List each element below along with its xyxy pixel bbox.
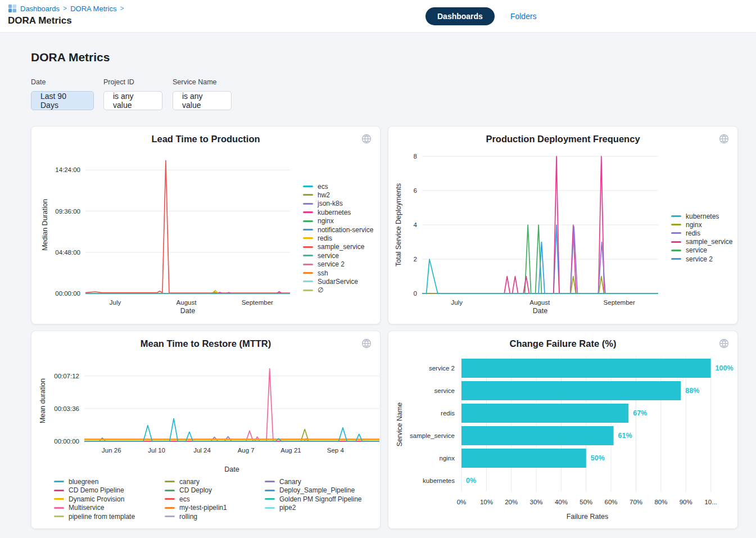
svg-text:September: September bbox=[604, 299, 635, 306]
series-color-swatch bbox=[671, 224, 681, 225]
tab-folders[interactable]: Folders bbox=[510, 12, 537, 21]
svg-text:Jul 24: Jul 24 bbox=[193, 447, 211, 454]
legend-item-pipe2[interactable]: pipe2 bbox=[265, 504, 296, 512]
lead-time-chart[interactable]: 00:00:0004:48:0009:36:0014:24:00JulyAugu… bbox=[31, 126, 380, 324]
svg-text:Date: Date bbox=[533, 307, 547, 315]
svg-text:61%: 61% bbox=[618, 432, 632, 440]
legend-item-cd-deploy[interactable]: CD Deploy bbox=[165, 486, 212, 495]
svg-text:Jul 10: Jul 10 bbox=[148, 447, 165, 454]
series-label: my-test-pipelin1 bbox=[179, 504, 227, 512]
legend-item--[interactable]: ∅ bbox=[303, 286, 323, 295]
series-color-swatch bbox=[265, 498, 275, 500]
svg-text:30%: 30% bbox=[530, 499, 543, 505]
legend-item-ecs[interactable]: ecs bbox=[303, 182, 328, 191]
svg-text:August: August bbox=[529, 299, 550, 306]
deployment-frequency-chart[interactable]: 02468JulyAugustSeptemberDateTotal Servic… bbox=[388, 126, 737, 324]
series-color-swatch bbox=[165, 481, 175, 482]
legend-item-canary[interactable]: canary bbox=[165, 477, 200, 486]
series-color-swatch bbox=[303, 281, 313, 282]
legend-item-nginx[interactable]: nginx bbox=[671, 220, 702, 229]
series-color-swatch bbox=[303, 246, 313, 248]
breadcrumb: Dashboards > DORA Metrics > bbox=[8, 4, 124, 13]
legend-item-redis[interactable]: redis bbox=[671, 229, 700, 237]
svg-text:88%: 88% bbox=[685, 387, 699, 395]
series-label: bluegreen bbox=[69, 478, 98, 486]
legend-item-hw2[interactable]: hw2 bbox=[303, 191, 330, 199]
series-label: canary bbox=[179, 478, 200, 486]
legend-item-redis[interactable]: redis bbox=[303, 234, 332, 242]
legend-item-ecs[interactable]: ecs bbox=[165, 495, 190, 503]
series-label: rolling bbox=[179, 513, 197, 521]
svg-text:nginx: nginx bbox=[440, 455, 455, 462]
svg-text:redis: redis bbox=[441, 410, 455, 417]
change-failure-rate-chart[interactable]: 0%10%20%30%40%50%60%70%80%90%10...servic… bbox=[388, 331, 737, 528]
series-label: ecs bbox=[179, 495, 190, 503]
series-label: sample_service bbox=[686, 238, 732, 246]
legend-item-sample-service[interactable]: sample_service bbox=[671, 238, 732, 246]
series-label: pipeline from template bbox=[69, 513, 135, 521]
project-id-filter-chip[interactable]: is any value bbox=[103, 91, 162, 110]
series-color-swatch bbox=[303, 237, 313, 239]
date-filter-chip[interactable]: Last 90 Days bbox=[31, 91, 94, 110]
series-label: nginx bbox=[686, 221, 702, 229]
legend-item-bluegreen[interactable]: bluegreen bbox=[54, 477, 98, 486]
legend-item-service[interactable]: service bbox=[303, 251, 339, 260]
legend-item-dynamic-provision[interactable]: Dynamic Provision bbox=[54, 495, 124, 503]
legend-item-golden-pm-signoff-pipeline[interactable]: Golden PM Signoff Pipeline bbox=[265, 495, 362, 503]
legend-item-deploy-sample-pipeline[interactable]: Deploy_Sample_Pipeline bbox=[265, 486, 355, 495]
legend-item-cd-demo-pipeline[interactable]: CD Demo Pipeline bbox=[54, 486, 124, 495]
svg-text:0%: 0% bbox=[457, 499, 467, 505]
svg-text:100%: 100% bbox=[716, 364, 734, 372]
legend-item-service-2[interactable]: service 2 bbox=[303, 260, 345, 269]
series-color-swatch bbox=[165, 516, 175, 517]
legend-item-nginx[interactable]: nginx bbox=[303, 217, 334, 225]
series-label: redis bbox=[318, 234, 332, 242]
series-label: SudarService bbox=[318, 278, 358, 286]
series-color-swatch bbox=[671, 215, 681, 217]
filter-label-date: Date bbox=[31, 78, 46, 86]
legend-item-multiservice[interactable]: Multiservice bbox=[54, 504, 104, 512]
series-color-swatch bbox=[671, 258, 681, 260]
svg-text:14:24:00: 14:24:00 bbox=[55, 166, 80, 173]
service-name-filter-chip[interactable]: is any value bbox=[173, 91, 232, 110]
series-color-swatch bbox=[303, 229, 313, 230]
legend-item-kubernetes[interactable]: kubernetes bbox=[303, 208, 351, 216]
series-label: hw2 bbox=[318, 191, 330, 199]
legend-item-kubernetes[interactable]: kubernetes bbox=[671, 212, 719, 220]
series-color-swatch bbox=[303, 194, 313, 196]
legend-item-rolling[interactable]: rolling bbox=[165, 512, 197, 521]
series-color-swatch bbox=[265, 490, 275, 491]
svg-text:4: 4 bbox=[414, 221, 418, 228]
legend-item-sample-service[interactable]: sample_service bbox=[303, 243, 364, 251]
legend-item-json-k8s[interactable]: json-k8s bbox=[303, 200, 343, 208]
mttr-chart[interactable]: 00:00:0000:03:3600:07:12Jun 26Jul 10Jul … bbox=[31, 331, 380, 528]
legend-item-notification-service[interactable]: notification-service bbox=[303, 225, 373, 234]
svg-text:70%: 70% bbox=[630, 499, 642, 505]
legend-item-ssh[interactable]: ssh bbox=[303, 269, 328, 277]
legend-item-sudarservice[interactable]: SudarService bbox=[303, 277, 358, 286]
breadcrumb-dora-metrics[interactable]: DORA Metrics bbox=[70, 4, 116, 13]
legend-item-canary[interactable]: Canary bbox=[265, 477, 301, 486]
svg-text:Failure Rates: Failure Rates bbox=[567, 513, 608, 521]
legend-item-my-test-pipelin1[interactable]: my-test-pipelin1 bbox=[165, 504, 227, 512]
tab-dashboards[interactable]: Dashboards bbox=[425, 7, 495, 25]
series-label: service bbox=[318, 252, 339, 260]
series-label: ecs bbox=[318, 183, 328, 191]
svg-text:July: July bbox=[451, 299, 463, 306]
svg-text:service 2: service 2 bbox=[429, 365, 455, 372]
svg-text:0: 0 bbox=[414, 290, 417, 297]
svg-text:Aug 21: Aug 21 bbox=[280, 447, 301, 454]
breadcrumb-dashboards[interactable]: Dashboards bbox=[20, 4, 60, 13]
legend-item-service-2[interactable]: service 2 bbox=[671, 255, 713, 263]
series-label: service bbox=[686, 246, 707, 254]
svg-text:Total Service Deployments: Total Service Deployments bbox=[395, 183, 402, 266]
legend-item-pipeline-from-template[interactable]: pipeline from template bbox=[54, 512, 135, 521]
chart-canvas: 0%10%20%30%40%50%60%70%80%90%10...servic… bbox=[393, 351, 733, 523]
svg-text:10...: 10... bbox=[704, 499, 717, 505]
svg-text:67%: 67% bbox=[633, 409, 647, 417]
legend-item-service[interactable]: service bbox=[671, 246, 707, 255]
svg-text:60%: 60% bbox=[605, 499, 618, 505]
svg-text:kubernetes: kubernetes bbox=[423, 477, 455, 484]
svg-text:0%: 0% bbox=[466, 477, 476, 485]
series-label: kubernetes bbox=[318, 209, 351, 216]
